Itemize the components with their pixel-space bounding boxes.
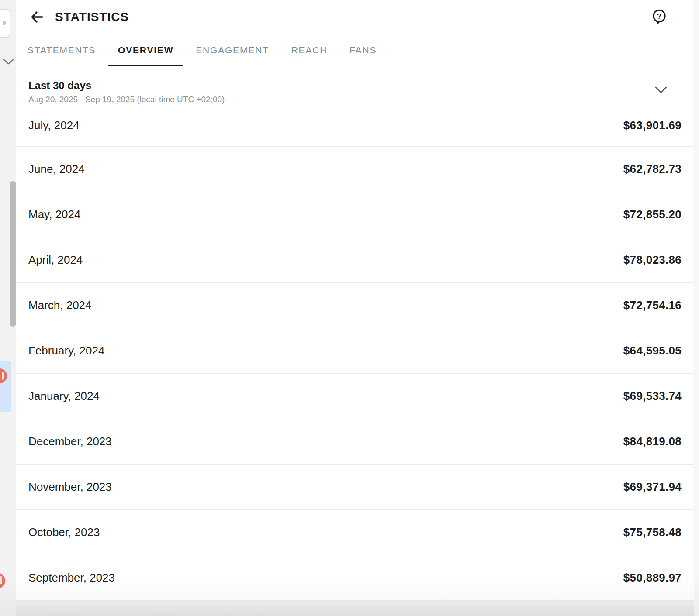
- notification-badge: [0, 573, 5, 588]
- statistics-panel: STATISTICS ? STATEMENTS OVERVIEW ENGAGEM…: [16, 0, 694, 616]
- row-period: July, 2024: [28, 119, 80, 132]
- row-amount: $50,889.97: [623, 571, 682, 585]
- chevron-down-icon: [654, 86, 668, 94]
- row-period: February, 2024: [28, 344, 104, 358]
- row-amount: $64,595.05: [623, 344, 682, 358]
- row-amount: $84,819.08: [623, 435, 682, 448]
- list-footer-strip: [16, 601, 694, 616]
- row-amount: $69,371.94: [623, 480, 682, 494]
- badge-glyph: [2, 372, 4, 380]
- tab-reach[interactable]: REACH: [282, 34, 337, 66]
- earnings-row[interactable]: September, 2023 $50,889.97: [16, 555, 694, 601]
- row-period: October, 2023: [28, 526, 100, 539]
- earnings-row[interactable]: December, 2023 $84,819.08: [16, 419, 694, 465]
- row-period: November, 2023: [28, 480, 112, 494]
- earnings-row[interactable]: January, 2024 $69,533.74: [16, 374, 694, 419]
- earnings-row[interactable]: November, 2023 $69,371.94: [16, 465, 694, 510]
- cropped-corner-button[interactable]: [0, 9, 10, 38]
- earnings-row[interactable]: March, 2024 $72,754.16: [16, 283, 694, 328]
- tab-engagement[interactable]: ENGAGEMENT: [186, 34, 278, 66]
- date-range-selector[interactable]: Last 30 days Aug 20, 2025 - Sep 19, 2025…: [16, 70, 694, 112]
- row-period: December, 2023: [28, 435, 112, 448]
- row-period: September, 2023: [28, 571, 115, 585]
- back-button[interactable]: [30, 10, 45, 24]
- page-title: STATISTICS: [55, 10, 129, 24]
- row-amount: $72,754.16: [623, 299, 682, 312]
- earnings-row[interactable]: June, 2024 $62,782.73: [16, 147, 694, 192]
- tab-label: FANS: [350, 45, 377, 55]
- row-period: January, 2024: [28, 389, 100, 403]
- tab-fans[interactable]: FANS: [340, 34, 386, 66]
- row-period: June, 2024: [28, 162, 85, 176]
- tab-label: OVERVIEW: [118, 45, 173, 55]
- collapse-chevron-icon[interactable]: [3, 58, 14, 65]
- tab-overview[interactable]: OVERVIEW: [108, 34, 183, 66]
- left-edge-strip: [0, 0, 16, 616]
- app-header: STATISTICS ?: [16, 0, 694, 34]
- row-amount: $75,758.48: [623, 526, 682, 539]
- row-period: April, 2024: [28, 253, 83, 267]
- earnings-row[interactable]: May, 2024 $72,855.20: [16, 192, 694, 237]
- tab-bar: STATEMENTS OVERVIEW ENGAGEMENT REACH FAN…: [16, 34, 694, 66]
- earnings-row[interactable]: October, 2023 $75,758.48: [16, 510, 694, 555]
- row-amount: $72,855.20: [623, 208, 682, 221]
- vertical-scrollbar-thumb[interactable]: [10, 181, 16, 327]
- svg-text:?: ?: [657, 12, 661, 21]
- date-range-subtitle: Aug 20, 2025 - Sep 19, 2025 (local time …: [28, 94, 682, 105]
- earnings-row[interactable]: February, 2024 $64,595.05: [16, 328, 694, 374]
- earnings-row[interactable]: April, 2024 $78,023.86: [16, 237, 694, 283]
- earnings-row[interactable]: July, 2024 $63,901.69: [16, 112, 694, 147]
- earnings-list: July, 2024 $63,901.69 June, 2024 $62,782…: [16, 112, 694, 601]
- help-icon: ?: [651, 9, 667, 25]
- tab-label: ENGAGEMENT: [196, 45, 269, 55]
- tab-statements[interactable]: STATEMENTS: [18, 34, 105, 66]
- arrow-left-icon: [30, 10, 45, 24]
- badge-glyph: [0, 576, 2, 584]
- tab-label: REACH: [291, 45, 328, 55]
- row-amount: $69,533.74: [623, 389, 682, 403]
- row-amount: $62,782.73: [623, 162, 682, 176]
- date-range-title: Last 30 days: [28, 79, 682, 92]
- row-amount: $78,023.86: [623, 253, 682, 267]
- right-scrollbar-track: [694, 0, 699, 616]
- row-amount: $63,901.69: [623, 119, 682, 132]
- help-button[interactable]: ?: [651, 9, 667, 25]
- row-period: May, 2024: [28, 208, 80, 221]
- tab-label: STATEMENTS: [28, 45, 96, 55]
- corner-button-glyph: [3, 21, 6, 25]
- row-period: March, 2024: [28, 299, 92, 312]
